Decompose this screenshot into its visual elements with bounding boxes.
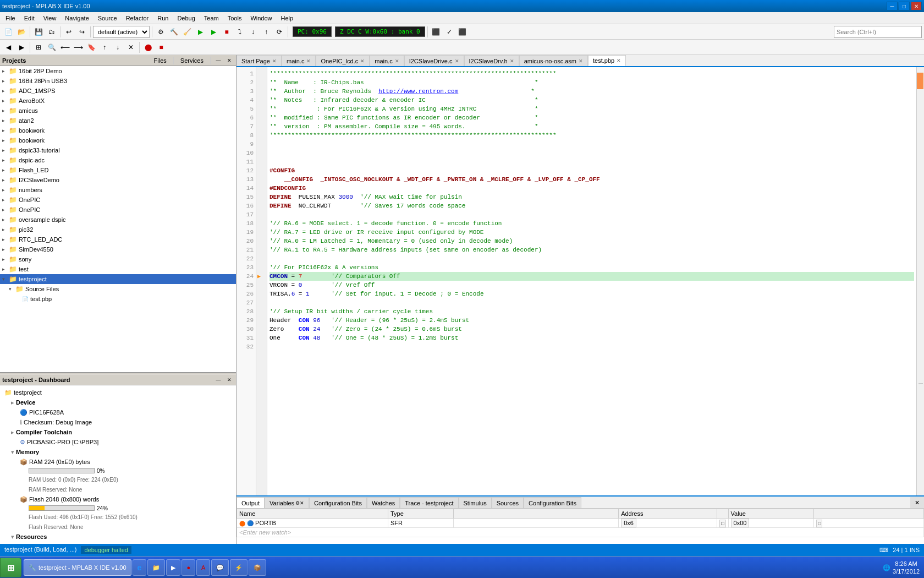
ed-nav2-btn[interactable]: ⟶ — [72, 41, 84, 53]
bottom-tab-sources[interactable]: Sources — [492, 497, 524, 508]
menu-source[interactable]: Source — [94, 12, 122, 24]
variables-close-icon[interactable]: ✕ — [300, 500, 304, 506]
menu-debug[interactable]: Debug — [173, 12, 199, 24]
dash-pic[interactable]: 🔵 PIC16F628A — [2, 407, 234, 417]
dash-resources[interactable]: ▾ Resources — [2, 532, 234, 542]
ed-bm-clear-btn[interactable]: ✕ — [125, 41, 137, 53]
watch-row-portb[interactable]: ⬤ 🔵 PORTB SFR 0x6 □ — [237, 519, 924, 528]
tree-item-simdev4550[interactable]: ▸📁SimDev4550 — [0, 244, 236, 254]
debug-btn[interactable]: ▶ — [207, 26, 219, 38]
tree-item-amicus[interactable]: ▸📁amicus — [0, 106, 236, 116]
bottom-tab-trace[interactable]: Trace - testproject — [400, 497, 458, 508]
tree-item-bookwork[interactable]: ▸📁bookwork — [0, 135, 236, 145]
step-over-btn[interactable]: ⤵ — [234, 26, 246, 38]
open-project-btn[interactable]: 📂 — [15, 26, 28, 38]
bottom-tab-config-bits[interactable]: Configuration Bits — [309, 497, 367, 508]
search-input[interactable] — [834, 26, 922, 38]
dash-compiler[interactable]: ▸ Compiler Toolchain — [2, 427, 234, 437]
tree-item-source-files[interactable]: ▾📁Source Files — [0, 284, 236, 294]
tab-main-c1[interactable]: main.c ✕ — [282, 55, 316, 66]
projects-minimize-btn[interactable]: — — [214, 56, 223, 65]
ed-bm-prev-btn[interactable]: ↑ — [98, 41, 111, 53]
ed-toggle-btn[interactable]: ⊞ — [32, 41, 45, 53]
step-out-btn[interactable]: ↑ — [260, 26, 272, 38]
ed-bm-next-btn[interactable]: ↓ — [112, 41, 124, 53]
bottom-tab-watches[interactable]: Watches — [367, 497, 400, 508]
taskbar-app5[interactable]: ● — [182, 559, 195, 576]
save-all-btn[interactable]: 🗂 — [46, 26, 58, 38]
tree-item-16bit-28p-demo[interactable]: ▸📁16bit 28P Demo — [0, 66, 236, 76]
bottom-panel-close-icon[interactable]: ✕ — [915, 499, 920, 506]
program-btn[interactable]: ⬛ — [430, 26, 442, 38]
tab-test-pbp[interactable]: test.pbp ✕ — [588, 55, 626, 66]
tree-item-onepic[interactable]: ▸📁OnePIC — [0, 195, 236, 205]
ed-back-btn[interactable]: ◀ — [2, 41, 14, 53]
author-link[interactable]: http://www.rentron.com — [378, 88, 458, 95]
tree-item-dspic33-tutorial[interactable]: ▸📁dspic33-tutorial — [0, 145, 236, 155]
step-into-btn[interactable]: ↓ — [247, 26, 259, 38]
menu-file[interactable]: File — [1, 12, 20, 24]
taskbar-adobe[interactable]: A — [196, 559, 210, 576]
undo-btn[interactable]: ↩ — [63, 26, 75, 38]
ed-search-btn[interactable]: 🔍 — [46, 41, 58, 53]
code-content[interactable]: '***************************************… — [267, 67, 916, 495]
dashboard-close-btn[interactable]: ✕ — [225, 375, 234, 384]
files-tab[interactable]: Files — [151, 57, 170, 64]
tab-start-page[interactable]: Start Page ✕ — [237, 55, 282, 66]
addr-toggle-icon[interactable]: □ — [719, 520, 725, 527]
project-dropdown[interactable]: default (active) — [93, 26, 150, 38]
maximize-button[interactable]: □ — [899, 2, 910, 10]
tab-close-onepic[interactable]: ✕ — [360, 58, 365, 64]
menu-refactor[interactable]: Refactor — [122, 12, 153, 24]
tab-i2cslave-drv[interactable]: I2CSlaveDrv.h ✕ — [464, 55, 519, 66]
taskbar-ie[interactable]: e — [133, 559, 147, 576]
projects-tree[interactable]: ▸📁16bit 28P Demo▸📁16Bit 28Pin USB3▸📁ADC_… — [0, 66, 236, 372]
tree-item-test[interactable]: ▸📁test — [0, 264, 236, 274]
dash-ram[interactable]: 📦 RAM 224 (0xE0) bytes — [2, 457, 234, 467]
tree-item-aerobotx[interactable]: ▸📁AeroBotX — [0, 96, 236, 106]
tab-close-amicus[interactable]: ✕ — [579, 58, 583, 64]
taskbar-app7[interactable]: 💬 — [211, 559, 229, 576]
tree-item-i2cslavedemo[interactable]: ▸📁I2CSlaveDemo — [0, 175, 236, 185]
bottom-close-btn[interactable]: ✕ — [910, 497, 924, 508]
scroll-thumb[interactable] — [917, 73, 923, 89]
tree-item-dspic-adc[interactable]: ▸📁dspic-adc — [0, 155, 236, 165]
tree-item-oversample-dspic[interactable]: ▸📁oversample dspic — [0, 215, 236, 225]
bottom-tab-stimulus[interactable]: Stimulus — [459, 497, 492, 508]
bottom-tab-variables[interactable]: Variables ⚙ ✕ — [265, 497, 309, 508]
clean-btn[interactable]: 🧹 — [181, 26, 193, 38]
tab-close-i2cdrv[interactable]: ✕ — [510, 58, 514, 64]
start-button[interactable]: ⊞ — [0, 558, 21, 577]
dash-checksum[interactable]: ℹ Checksum: Debug Image — [2, 417, 234, 427]
tree-item-pic32[interactable]: ▸📁pic32 — [0, 225, 236, 235]
dashboard-minimize-btn[interactable]: — — [214, 375, 223, 384]
bottom-tab-config-bits2[interactable]: Configuration Bits — [524, 497, 581, 508]
build-btn[interactable]: 🔨 — [168, 26, 180, 38]
dash-pbp3[interactable]: ⚙ PICBASIC-PRO [C:\PBP3] — [2, 437, 234, 447]
close-button[interactable]: ✕ — [911, 2, 922, 10]
dash-testproject[interactable]: 📁 testproject — [2, 388, 234, 397]
run-btn[interactable]: ▶ — [194, 26, 206, 38]
new-watch-cell[interactable]: <Enter new watch> — [237, 528, 924, 537]
taskbar-media[interactable]: ▶ — [166, 559, 180, 576]
halt-btn[interactable]: ⬛ — [457, 26, 469, 38]
stop-btn[interactable]: ■ — [221, 26, 233, 38]
menu-help[interactable]: Help — [277, 12, 298, 24]
projects-close-btn[interactable]: ✕ — [225, 56, 234, 65]
tree-item-numbers[interactable]: ▸📁numbers — [0, 185, 236, 195]
tab-amicus[interactable]: amicus-no-osc.asm ✕ — [519, 55, 588, 66]
tree-item-adc_1msps[interactable]: ▸📁ADC_1MSPS — [0, 86, 236, 96]
new-project-btn[interactable]: 📄 — [2, 26, 14, 38]
tab-close-test[interactable]: ✕ — [617, 58, 621, 63]
menu-navigate[interactable]: Navigate — [61, 12, 93, 24]
ed-forward-btn[interactable]: ▶ — [15, 41, 28, 53]
tab-close-start[interactable]: ✕ — [272, 58, 277, 64]
menu-view[interactable]: View — [39, 12, 61, 24]
tab-close-main2[interactable]: ✕ — [395, 58, 399, 64]
tab-onepic-lcd[interactable]: OnePIC_lcd.c ✕ — [316, 55, 370, 66]
tree-item-test.pbp[interactable]: 📄test.pbp — [0, 294, 236, 304]
ed-nav1-btn[interactable]: ⟵ — [59, 41, 71, 53]
dash-flash[interactable]: 📦 Flash 2048 (0x800) words — [2, 494, 234, 504]
menu-run[interactable]: Run — [153, 12, 173, 24]
tree-item-testproject[interactable]: ▾📁testproject — [0, 274, 236, 284]
